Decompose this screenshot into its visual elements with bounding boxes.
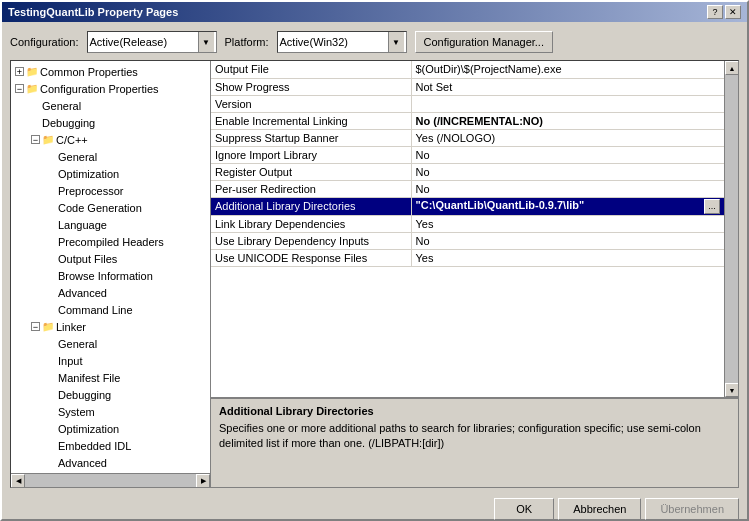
table-row[interactable]: Register OutputNo: [211, 163, 724, 180]
tree-label: Browse Information: [58, 270, 153, 282]
tree-label: Debugging: [42, 117, 95, 129]
button-row: OK Abbrechen Übernehmen: [10, 494, 739, 520]
prop-value-cell: [411, 95, 724, 112]
tree-item-general-3[interactable]: General: [11, 335, 210, 352]
scroll-down-btn[interactable]: ▼: [725, 383, 738, 397]
tree-item-cmdline[interactable]: Command Line: [11, 301, 210, 318]
tree-item-debugging-2[interactable]: Debugging: [11, 386, 210, 403]
cancel-button[interactable]: Abbrechen: [558, 498, 641, 520]
prop-value-cell: No: [411, 146, 724, 163]
prop-name-cell: Version: [211, 95, 411, 112]
tree-item-optimization-2[interactable]: Optimization: [11, 420, 210, 437]
prop-value-cell: No: [411, 232, 724, 249]
help-button[interactable]: ?: [707, 5, 723, 19]
tree-item-optimization[interactable]: Optimization: [11, 165, 210, 182]
prop-value-cell: Yes: [411, 249, 724, 266]
description-panel: Additional Library Directories Specifies…: [211, 397, 738, 487]
collapse-icon[interactable]: −: [31, 322, 40, 331]
prop-value-cell: $(OutDir)\$(ProjectName).exe: [411, 61, 724, 78]
config-value: Active(Release): [90, 36, 198, 48]
table-row[interactable]: Output File$(OutDir)\$(ProjectName).exe: [211, 61, 724, 78]
tree-item-cpp[interactable]: − 📁 C/C++: [11, 131, 210, 148]
tree-item-general-1[interactable]: General: [11, 97, 210, 114]
folder-icon: 📁: [42, 321, 54, 332]
scroll-thumb[interactable]: [725, 75, 738, 383]
table-row[interactable]: Use UNICODE Response FilesYes: [211, 249, 724, 266]
apply-button[interactable]: Übernehmen: [645, 498, 739, 520]
tree-hscrollbar: ◀ ▶: [11, 473, 210, 487]
tree-item-output-files[interactable]: Output Files: [11, 250, 210, 267]
prop-name-cell: Use Library Dependency Inputs: [211, 232, 411, 249]
tree-label: Linker: [56, 321, 86, 333]
folder-icon: 📁: [42, 134, 54, 145]
props-grid: Output File$(OutDir)\$(ProjectName).exeS…: [211, 61, 724, 397]
scroll-up-btn[interactable]: ▲: [725, 61, 738, 75]
prop-name-cell: Enable Incremental Linking: [211, 112, 411, 129]
tree-item-common-props[interactable]: + 📁 Common Properties: [11, 63, 210, 80]
platform-dropdown[interactable]: Active(Win32) ▼: [277, 31, 407, 53]
prop-value-cell: Yes: [411, 215, 724, 232]
prop-value-cell: No (/INCREMENTAL:NO): [411, 112, 724, 129]
config-dropdown[interactable]: Active(Release) ▼: [87, 31, 217, 53]
platform-dropdown-arrow[interactable]: ▼: [388, 32, 404, 52]
ellipsis-button[interactable]: ...: [704, 199, 720, 214]
table-row[interactable]: Suppress Startup BannerYes (/NOLOGO): [211, 129, 724, 146]
tree-item-embedded-idl[interactable]: Embedded IDL: [11, 437, 210, 454]
tree-item-config-props[interactable]: − 📁 Configuration Properties: [11, 80, 210, 97]
tree-label: Precompiled Headers: [58, 236, 164, 248]
tree-label: Command Line: [58, 304, 133, 316]
scroll-left-btn[interactable]: ◀: [11, 474, 25, 488]
props-vscrollbar: ▲ ▼: [724, 61, 738, 397]
table-row[interactable]: Additional Library Directories"C:\QuantL…: [211, 197, 724, 215]
scroll-right-btn[interactable]: ▶: [196, 474, 210, 488]
tree-label: Code Generation: [58, 202, 142, 214]
tree-item-advanced-1[interactable]: Advanced: [11, 284, 210, 301]
tree-label: General: [58, 151, 97, 163]
config-manager-button[interactable]: Configuration Manager...: [415, 31, 553, 53]
tree-item-advanced-2[interactable]: Advanced: [11, 454, 210, 471]
table-row[interactable]: Per-user RedirectionNo: [211, 180, 724, 197]
table-row[interactable]: Ignore Import LibraryNo: [211, 146, 724, 163]
tree-item-preprocessor[interactable]: Preprocessor: [11, 182, 210, 199]
tree-item-system[interactable]: System: [11, 403, 210, 420]
tree-panel: + 📁 Common Properties − 📁 Configuration …: [11, 61, 211, 487]
props-panel: Output File$(OutDir)\$(ProjectName).exeS…: [211, 61, 738, 487]
expand-icon[interactable]: +: [15, 67, 24, 76]
table-row[interactable]: Link Library DependenciesYes: [211, 215, 724, 232]
close-button[interactable]: ✕: [725, 5, 741, 19]
tree-item-language[interactable]: Language: [11, 216, 210, 233]
tree-label: Advanced: [58, 287, 107, 299]
props-table: Output File$(OutDir)\$(ProjectName).exeS…: [211, 61, 724, 267]
table-row[interactable]: Version: [211, 95, 724, 112]
ok-button[interactable]: OK: [494, 498, 554, 520]
tree-item-manifest[interactable]: Manifest File: [11, 369, 210, 386]
prop-name-cell: Additional Library Directories: [211, 197, 411, 215]
tree-item-linker[interactable]: − 📁 Linker: [11, 318, 210, 335]
prop-name-cell: Per-user Redirection: [211, 180, 411, 197]
prop-name-cell: Output File: [211, 61, 411, 78]
scroll-track[interactable]: [25, 474, 196, 488]
config-dropdown-arrow[interactable]: ▼: [198, 32, 214, 52]
tree-item-general-2[interactable]: General: [11, 148, 210, 165]
desc-text: Specifies one or more additional paths t…: [219, 421, 730, 452]
tree-item-browse-info[interactable]: Browse Information: [11, 267, 210, 284]
platform-label: Platform:: [225, 36, 269, 48]
table-row[interactable]: Use Library Dependency InputsNo: [211, 232, 724, 249]
tree-item-debugging-1[interactable]: Debugging: [11, 114, 210, 131]
tree-item-precompiled[interactable]: Precompiled Headers: [11, 233, 210, 250]
collapse-icon[interactable]: −: [15, 84, 24, 93]
prop-name-cell: Suppress Startup Banner: [211, 129, 411, 146]
desc-title: Additional Library Directories: [219, 405, 730, 417]
window-title: TestingQuantLib Property Pages: [8, 6, 178, 18]
prop-value-cell: "C:\QuantLib\QuantLib-0.9.7\lib"...: [411, 197, 724, 215]
tree-content: + 📁 Common Properties − 📁 Configuration …: [11, 61, 210, 473]
table-row[interactable]: Show ProgressNot Set: [211, 78, 724, 95]
tree-item-code-gen[interactable]: Code Generation: [11, 199, 210, 216]
collapse-icon[interactable]: −: [31, 135, 40, 144]
config-row: Configuration: Active(Release) ▼ Platfor…: [10, 30, 739, 54]
tree-item-input[interactable]: Input: [11, 352, 210, 369]
config-label: Configuration:: [10, 36, 79, 48]
prop-name-cell: Register Output: [211, 163, 411, 180]
table-row[interactable]: Enable Incremental LinkingNo (/INCREMENT…: [211, 112, 724, 129]
prop-value-cell: Yes (/NOLOGO): [411, 129, 724, 146]
